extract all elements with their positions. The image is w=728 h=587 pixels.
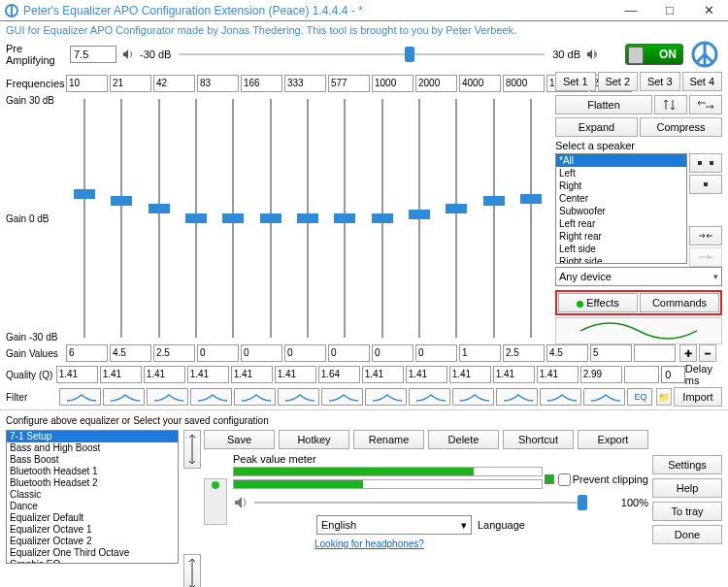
speaker-item[interactable]: Center [556, 192, 686, 205]
quality-input-4[interactable]: 1.41 [231, 366, 273, 383]
filter-type-7[interactable] [365, 388, 407, 406]
filter-eq-icon[interactable]: EQ [627, 388, 651, 406]
q-spare[interactable] [624, 366, 659, 383]
freq-input-7[interactable]: 1000 [372, 75, 414, 92]
config-item[interactable]: Bass Boost [7, 454, 178, 466]
close-button[interactable]: ✕ [689, 0, 728, 21]
filter-type-12[interactable] [583, 388, 625, 406]
gain-input-3[interactable]: 0 [197, 344, 239, 362]
speaker-item[interactable]: Left side [556, 243, 686, 255]
ch-single-icon[interactable] [689, 175, 722, 194]
config-item[interactable]: Bass and High Boost [7, 442, 178, 454]
gain-input-4[interactable]: 0 [241, 344, 282, 362]
ch-front-icon[interactable] [689, 153, 722, 173]
gain-input-7[interactable]: 0 [372, 344, 414, 362]
config-item[interactable]: Equalizer Default [7, 512, 178, 524]
speaker-item[interactable]: Right rear [556, 230, 686, 243]
filter-type-2[interactable] [147, 388, 188, 406]
eq-slider-8[interactable] [364, 93, 401, 343]
freq-input-8[interactable]: 2000 [415, 75, 457, 92]
minimize-button[interactable]: — [612, 0, 650, 21]
config-item[interactable]: Bluetooth Headset 1 [7, 466, 178, 477]
gain-input-9[interactable]: 1 [459, 344, 501, 362]
power-switch[interactable]: ON [625, 44, 683, 65]
minus-button[interactable]: ━ [699, 344, 716, 362]
quality-input-7[interactable]: 1.41 [362, 366, 404, 383]
expand-button[interactable]: Expand [555, 117, 638, 137]
eq-slider-12[interactable] [513, 93, 549, 343]
rename-button[interactable]: Rename [353, 430, 424, 449]
delay-input[interactable]: 0 [661, 366, 685, 383]
hotkey-button[interactable]: Hotkey [279, 430, 349, 449]
language-combo[interactable]: English▾ [316, 515, 472, 535]
delete-button[interactable]: Delete [428, 430, 499, 449]
speaker-item[interactable]: Left rear [556, 217, 686, 230]
folder-icon[interactable]: 📁 [656, 388, 672, 406]
freq-input-1[interactable]: 21 [110, 75, 151, 92]
filter-type-8[interactable] [409, 388, 450, 406]
freq-input-9[interactable]: 4000 [459, 75, 501, 92]
set-button-4[interactable]: Set 4 [682, 72, 723, 91]
set-button-3[interactable]: Set 3 [640, 72, 680, 91]
settings-button[interactable]: Settings [652, 455, 722, 474]
filter-type-9[interactable] [452, 388, 494, 406]
done-button[interactable]: Done [652, 525, 722, 544]
freq-input-5[interactable]: 333 [284, 75, 326, 92]
eq-slider-3[interactable] [178, 93, 215, 343]
import-button[interactable]: Import [674, 387, 722, 407]
filter-type-5[interactable] [278, 388, 319, 406]
gain-spare[interactable] [634, 344, 676, 362]
config-item[interactable]: Equalizer Octave 2 [7, 536, 178, 547]
prevent-clipping-checkbox[interactable] [558, 473, 571, 486]
quality-input-11[interactable]: 1.41 [537, 366, 579, 383]
commands-button[interactable]: Commands [640, 293, 719, 312]
speaker-item[interactable]: Right side [556, 255, 686, 264]
quality-input-12[interactable]: 2.99 [580, 366, 622, 383]
export-button[interactable]: Export [578, 430, 648, 449]
eq-slider-7[interactable] [326, 93, 363, 343]
eq-slider-6[interactable] [289, 93, 326, 343]
config-item[interactable]: 7-1 Setup [7, 431, 178, 442]
gain-input-10[interactable]: 2.5 [503, 344, 545, 362]
config-list[interactable]: 7-1 SetupBass and High BoostBass BoostBl… [6, 430, 179, 564]
filter-type-11[interactable] [540, 388, 581, 406]
ch-swap-icon[interactable] [689, 226, 722, 245]
flatten-button[interactable]: Flatten [555, 95, 652, 114]
set-button-2[interactable]: Set 2 [598, 72, 639, 91]
speaker-item[interactable]: *All [556, 154, 686, 167]
config-item[interactable]: Dance [7, 501, 178, 512]
quality-input-5[interactable]: 1.41 [275, 366, 316, 383]
quality-input-2[interactable]: 1.41 [144, 366, 185, 383]
freq-input-10[interactable]: 8000 [503, 75, 545, 92]
freq-input-6[interactable]: 577 [328, 75, 370, 92]
ch-merge-icon[interactable] [689, 247, 722, 267]
config-item[interactable]: Bluetooth Headset 2 [7, 477, 178, 489]
freq-input-0[interactable]: 10 [66, 75, 108, 92]
eq-slider-1[interactable] [103, 93, 140, 343]
gain-input-6[interactable]: 0 [328, 344, 370, 362]
plus-button[interactable]: ✚ [679, 344, 697, 362]
speaker-item[interactable]: Subwoofer [556, 205, 686, 217]
dualarrow-horiz-icon[interactable] [689, 95, 722, 114]
config-item[interactable]: Graphic EQ [7, 559, 178, 564]
speaker-item[interactable]: Right [556, 179, 686, 192]
filter-type-6[interactable] [321, 388, 363, 406]
quality-input-3[interactable]: 1.41 [187, 366, 229, 383]
gain-input-11[interactable]: 4.5 [546, 344, 588, 362]
shortcut-button[interactable]: Shortcut [503, 430, 574, 449]
eq-slider-9[interactable] [401, 93, 438, 343]
quality-input-8[interactable]: 1.41 [406, 366, 447, 383]
updown-icon-2[interactable] [183, 554, 201, 587]
speaker-list[interactable]: *AllLeftRightCenterSubwooferLeft rearRig… [555, 153, 687, 264]
speaker-item[interactable]: Left [556, 167, 686, 179]
set-button-1[interactable]: Set 1 [555, 72, 596, 91]
eq-slider-0[interactable] [66, 93, 103, 343]
filter-type-3[interactable] [190, 388, 232, 406]
dualarrow-vert-icon[interactable] [654, 95, 687, 114]
help-button[interactable]: Help [652, 478, 722, 498]
effects-button[interactable]: Effects [558, 293, 638, 312]
quality-input-6[interactable]: 1.64 [318, 366, 360, 383]
filter-type-10[interactable] [496, 388, 538, 406]
eq-slider-5[interactable] [252, 93, 289, 343]
config-item[interactable]: Classic [7, 489, 178, 501]
